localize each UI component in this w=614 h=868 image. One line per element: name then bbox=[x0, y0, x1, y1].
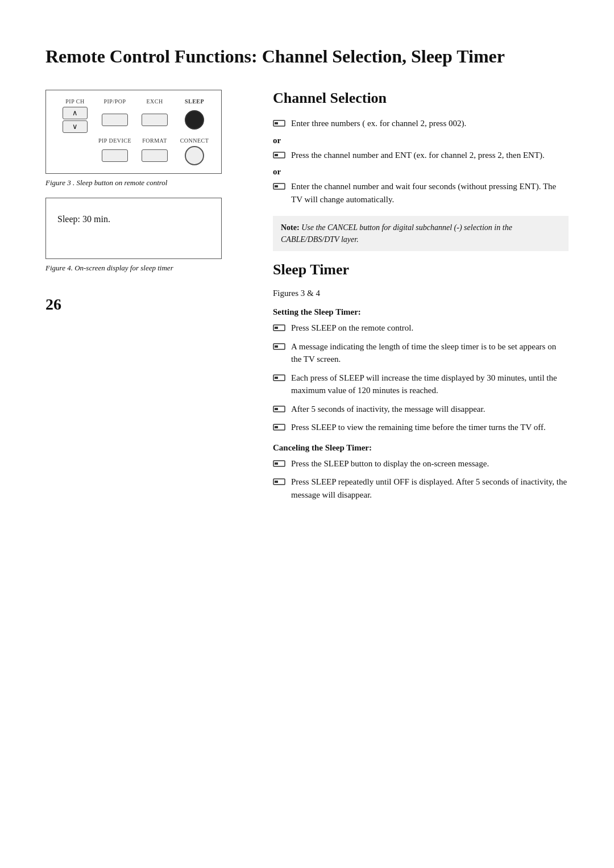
setting-bullet-3-text: Each press of SLEEP will increase the ti… bbox=[291, 372, 569, 397]
pip-device-cell bbox=[95, 149, 135, 162]
bullet-icon-3 bbox=[273, 182, 285, 191]
setting-title: Setting the Sleep Timer: bbox=[273, 307, 569, 317]
pip-device-btn[interactable] bbox=[102, 149, 128, 162]
bullet-icon-1 bbox=[273, 119, 285, 128]
svg-rect-5 bbox=[275, 185, 278, 187]
figure4-display: Sleep: 30 min. bbox=[45, 198, 222, 259]
sleep-btn[interactable] bbox=[185, 110, 204, 130]
note-box: Note: Use the CANCEL button for digital … bbox=[273, 216, 569, 251]
exch-label: EXCH bbox=[135, 98, 175, 105]
or-label-2: or bbox=[273, 167, 569, 177]
svg-rect-11 bbox=[275, 377, 278, 379]
setting-bullet-5-text: Press SLEEP to view the remaining time b… bbox=[291, 421, 546, 434]
channel-bullet-1: Enter three numbers ( ex. for channel 2,… bbox=[273, 117, 569, 130]
channel-bullet-3-text: Enter the channel number and wait four s… bbox=[291, 180, 569, 206]
pip-pop-cell bbox=[95, 114, 135, 126]
figure3-remote: PIP CH PIP/POP EXCH SLEEP ∧ ∨ bbox=[45, 90, 222, 174]
note-prefix: Note: bbox=[281, 223, 300, 232]
pip-ch-arrows: ∧ ∨ bbox=[55, 107, 95, 133]
remote-bullet-svg-2 bbox=[273, 151, 285, 159]
sleep-display-text: Sleep: 30 min. bbox=[57, 214, 110, 224]
connect-cell bbox=[175, 146, 214, 165]
format-label: FORMAT bbox=[135, 137, 175, 144]
bullet-icon-2 bbox=[273, 151, 285, 160]
sleep-label: SLEEP bbox=[175, 98, 214, 105]
canceling-title: Canceling the Sleep Timer: bbox=[273, 443, 569, 453]
exch-cell bbox=[135, 114, 175, 126]
channel-bullet-2: Press the channel number and ENT (ex. fo… bbox=[273, 149, 569, 162]
pip-pop-btn[interactable] bbox=[102, 114, 128, 126]
channel-bullet-2-text: Press the channel number and ENT (ex. fo… bbox=[291, 149, 545, 162]
canceling-bullet-1: Press the SLEEP button to display the on… bbox=[273, 457, 569, 470]
canceling-bullet-icon-1 bbox=[273, 459, 285, 468]
pip-pop-label: PIP/POP bbox=[95, 98, 135, 105]
setting-bullet-1: Press SLEEP on the remote control. bbox=[273, 322, 569, 335]
setting-bullet-icon-3 bbox=[273, 373, 285, 382]
channel-bullet-1-text: Enter three numbers ( ex. for channel 2,… bbox=[291, 117, 466, 130]
setting-bullet-2: A message indicating the length of time … bbox=[273, 340, 569, 366]
svg-rect-15 bbox=[275, 426, 278, 428]
left-column: PIP CH PIP/POP EXCH SLEEP ∧ ∨ bbox=[45, 90, 250, 314]
connect-label: CONNECT bbox=[175, 137, 214, 144]
canceling-bullet-icon-2 bbox=[273, 477, 285, 486]
pip-device-label: PIP DEVICE bbox=[95, 137, 135, 144]
setting-bullet-1-text: Press SLEEP on the remote control. bbox=[291, 322, 413, 335]
arrow-up-btn[interactable]: ∧ bbox=[63, 107, 88, 119]
format-btn[interactable] bbox=[142, 149, 168, 162]
svg-rect-1 bbox=[275, 122, 278, 124]
note-text: Use the CANCEL button for digital subcha… bbox=[281, 223, 512, 244]
right-column: Channel Selection Enter three numbers ( … bbox=[273, 90, 569, 507]
exch-btn[interactable] bbox=[142, 114, 168, 126]
format-cell bbox=[135, 149, 175, 162]
figure4-caption: Figure 4. On-screen display for sleep ti… bbox=[45, 264, 250, 273]
page-number: 26 bbox=[45, 295, 250, 314]
remote-bullet-svg bbox=[273, 119, 285, 127]
svg-rect-19 bbox=[275, 481, 278, 483]
sleep-timer-heading: Sleep Timer bbox=[273, 261, 569, 278]
pip-ch-label: PIP CH bbox=[55, 98, 95, 105]
canceling-bullet-2: Press SLEEP repeatedly until OFF is disp… bbox=[273, 475, 569, 501]
svg-rect-13 bbox=[275, 408, 278, 410]
remote-bullet-svg-3 bbox=[273, 182, 285, 190]
channel-selection-heading: Channel Selection bbox=[273, 90, 569, 107]
svg-rect-17 bbox=[275, 462, 278, 465]
arrow-down-btn[interactable]: ∨ bbox=[63, 120, 88, 133]
canceling-bullet-1-text: Press the SLEEP button to display the on… bbox=[291, 457, 489, 470]
setting-bullet-icon-1 bbox=[273, 323, 285, 332]
canceling-bullet-2-text: Press SLEEP repeatedly until OFF is disp… bbox=[291, 475, 569, 501]
svg-rect-3 bbox=[275, 154, 278, 156]
setting-bullet-icon-2 bbox=[273, 342, 285, 351]
setting-bullet-4: After 5 seconds of inactivity, the messa… bbox=[273, 403, 569, 416]
channel-bullet-3: Enter the channel number and wait four s… bbox=[273, 180, 569, 206]
setting-bullet-2-text: A message indicating the length of time … bbox=[291, 340, 569, 366]
svg-rect-9 bbox=[275, 345, 278, 348]
setting-bullet-icon-5 bbox=[273, 423, 285, 432]
setting-bullet-3: Each press of SLEEP will increase the ti… bbox=[273, 372, 569, 397]
setting-bullet-5: Press SLEEP to view the remaining time b… bbox=[273, 421, 569, 434]
sleep-timer-subheading: Figures 3 & 4 bbox=[273, 289, 569, 298]
page-title: Remote Control Functions: Channel Select… bbox=[45, 45, 569, 67]
sleep-cell bbox=[175, 110, 214, 130]
connect-btn[interactable] bbox=[185, 146, 204, 165]
setting-bullet-4-text: After 5 seconds of inactivity, the messa… bbox=[291, 403, 485, 416]
svg-rect-7 bbox=[275, 327, 278, 329]
or-label-1: or bbox=[273, 136, 569, 145]
figure3-caption: Figure 3 . Sleep button on remote contro… bbox=[45, 178, 250, 187]
setting-bullet-icon-4 bbox=[273, 404, 285, 414]
